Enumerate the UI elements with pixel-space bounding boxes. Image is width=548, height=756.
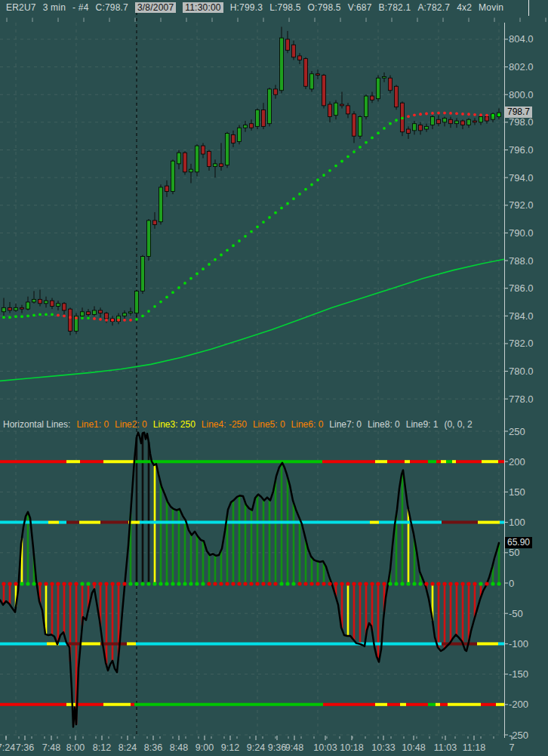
signal-dot [8, 582, 11, 585]
candle-body [14, 307, 18, 310]
signal-dot [140, 582, 144, 585]
candle-body [93, 310, 97, 314]
candle-body [220, 164, 223, 167]
ma-dot [292, 197, 295, 200]
signal-dot [237, 582, 241, 585]
ma-dot [274, 211, 277, 214]
signal-dot [334, 582, 337, 585]
candle-body [189, 169, 193, 172]
signal-dot [201, 582, 205, 585]
price-tick-label: 786.0 [509, 282, 534, 294]
indicator-param: Line9: 1 [406, 419, 439, 430]
signal-dot [92, 582, 96, 585]
candle-body [485, 117, 489, 121]
signal-dot [26, 582, 29, 585]
signal-dot [316, 582, 319, 585]
ma-dot [135, 318, 138, 321]
signal-dot [406, 582, 410, 585]
signal-dot [418, 582, 422, 585]
price-tick-label: 778.0 [509, 393, 534, 405]
candle-body [377, 78, 380, 98]
candle-body [419, 125, 423, 131]
candle-body [63, 304, 66, 310]
candle-body [365, 96, 368, 116]
ma-dot [141, 314, 144, 317]
price-tick-label: 802.0 [509, 61, 534, 73]
candle-body [129, 312, 133, 313]
candle-body [443, 118, 447, 122]
signal-dot [14, 582, 17, 585]
candle-body [334, 103, 338, 115]
price-tick-label: 792.0 [509, 199, 534, 211]
ma-dot [81, 316, 84, 319]
ma-dot [87, 316, 90, 319]
candle-body [135, 291, 139, 313]
time-tick-label: 7:48 [42, 742, 60, 753]
signal-dot [116, 582, 120, 585]
signal-dot [207, 582, 211, 585]
top-ruler [7, 18, 546, 23]
ma-dot [171, 291, 174, 294]
signal-dot [364, 582, 368, 585]
signal-dot [454, 582, 458, 585]
signal-dot [382, 582, 386, 585]
status-value: Movin [479, 2, 503, 13]
ma-dot [353, 150, 356, 153]
indicator-param: Line7: 0 [329, 419, 362, 430]
signal-dot [56, 582, 60, 585]
ma-dot [111, 319, 114, 322]
chart-canvas[interactable]: 804.0802.0800.0798.0796.0794.0792.0790.0… [0, 0, 548, 756]
ma-dot [177, 286, 180, 289]
ma-dot [262, 221, 265, 224]
ma-dot [334, 165, 337, 168]
ma-dot [208, 263, 211, 266]
signal-dot [448, 582, 452, 585]
signal-dot [62, 582, 66, 585]
signal-dot [460, 582, 464, 585]
ma-dot [63, 314, 66, 317]
signal-dot [309, 582, 313, 585]
price-tick-label: 780.0 [509, 366, 534, 377]
signal-dot [74, 582, 78, 585]
price-tick-label: 782.0 [509, 338, 534, 349]
candle-body [322, 76, 326, 106]
signal-dot [322, 582, 325, 585]
indicator-param: Line5: 0 [253, 419, 285, 430]
value-tick-label: 50 [509, 547, 519, 558]
ma-dot [346, 155, 349, 158]
ma-dot [123, 319, 126, 322]
value-tick-label: 100 [509, 517, 525, 528]
time-tick-label: 8:48 [170, 742, 188, 753]
signal-dot [38, 582, 42, 585]
signal-dot [279, 582, 283, 585]
candle-body [274, 89, 278, 94]
price-tick-label: 804.0 [509, 33, 534, 45]
time-tick-label: 10:18 [340, 742, 363, 753]
value-tick-label: 250 [509, 426, 525, 437]
signal-dot [231, 582, 235, 585]
candle-body [8, 307, 12, 310]
ma-dot [93, 317, 96, 320]
candle-body [467, 119, 471, 125]
candle-body [202, 146, 205, 154]
candle-body [407, 129, 411, 133]
time-tick-label: 11:03 [434, 742, 457, 753]
signal-dot [291, 582, 295, 585]
ma-dot [117, 319, 120, 322]
price-tick-label: 784.0 [509, 310, 534, 322]
ma-dot [32, 313, 35, 316]
signal-dot [165, 582, 168, 585]
candle-body [449, 119, 453, 123]
indicator-param: Line8: 0 [368, 419, 400, 430]
candle-body [244, 125, 248, 128]
price-axis: 804.0802.0800.0798.0796.0794.0792.0790.0… [504, 23, 534, 741]
ma-dot [75, 316, 78, 319]
ma-dot [389, 122, 392, 125]
ma-dot [371, 136, 374, 139]
signal-dot [80, 582, 84, 585]
ma-dot [129, 319, 132, 322]
ma-dot [479, 113, 482, 116]
candle-body [473, 121, 477, 122]
status-value: - #4 [72, 2, 88, 13]
candle-body [238, 128, 242, 141]
